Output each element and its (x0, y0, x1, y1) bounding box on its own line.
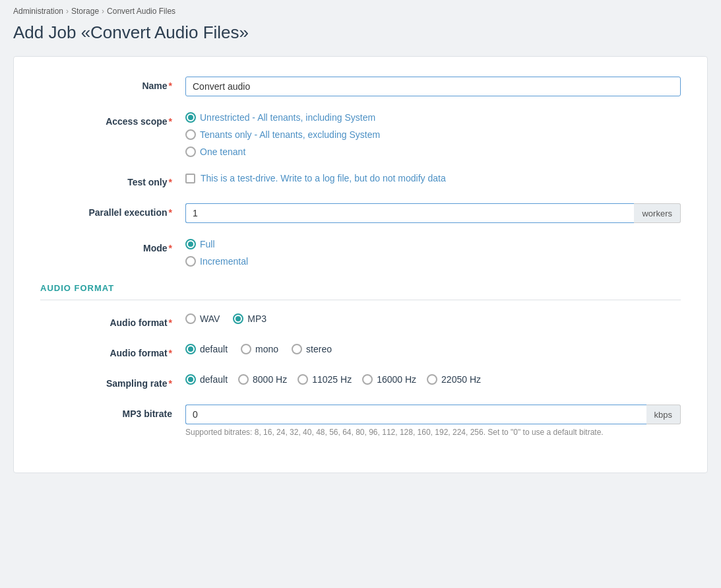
sampling-rate-row: Sampling rate* default 8000 Hz 11025 Hz … (40, 374, 681, 389)
audio-format-radio-0 (185, 313, 196, 324)
mode-radio-circle-1 (185, 256, 196, 267)
audio-channel-label: Audio format* (40, 344, 185, 358)
access-scope-option-0[interactable]: Unrestricted - All tenants, including Sy… (185, 112, 681, 123)
radio-circle-0 (185, 112, 196, 123)
breadcrumb-sep-1: › (66, 7, 69, 16)
audio-format-option-0[interactable]: WAV (185, 313, 220, 324)
mp3-bitrate-input-group: kbps (185, 405, 681, 424)
audio-channel-option-2[interactable]: stereo (292, 344, 332, 354)
audio-channel-radio-1 (241, 344, 251, 354)
audio-channel-control: default mono stereo (185, 344, 681, 354)
sampling-rate-option-0[interactable]: default (185, 374, 228, 385)
parallel-execution-suffix: workers (634, 203, 681, 223)
mp3-bitrate-input[interactable] (185, 405, 646, 424)
test-only-label: Test only* (40, 173, 185, 187)
breadcrumb-admin[interactable]: Administration (13, 7, 63, 16)
mp3-bitrate-suffix: kbps (646, 405, 681, 424)
audio-format-label: Audio format* (40, 313, 185, 328)
mode-row: Mode* Full Incremental (40, 239, 681, 267)
audio-format-section-title: AUDIO FORMAT (40, 283, 114, 293)
audio-channel-row: Audio format* default mono stereo (40, 344, 681, 358)
access-scope-control: Unrestricted - All tenants, including Sy… (185, 112, 681, 157)
sampling-rate-option-3[interactable]: 16000 Hz (362, 374, 416, 385)
breadcrumb: Administration › Storage › Convert Audio… (13, 7, 708, 16)
audio-format-option-1[interactable]: MP3 (233, 313, 266, 324)
sampling-rate-label: Sampling rate* (40, 374, 185, 389)
sampling-rate-control: default 8000 Hz 11025 Hz 16000 Hz 22050 … (185, 374, 681, 385)
audio-channel-radio-0 (185, 344, 196, 354)
sampling-rate-option-label-2: 11025 Hz (312, 374, 352, 385)
name-row: Name* (40, 77, 681, 96)
mode-option-label-1: Incremental (200, 256, 248, 267)
access-scope-option-2[interactable]: One tenant (185, 147, 681, 157)
name-control (185, 77, 681, 96)
audio-channel-option-1[interactable]: mono (241, 344, 278, 354)
sampling-rate-radio-0 (185, 374, 196, 385)
test-only-control: This is a test-drive. Write to a log fil… (185, 173, 681, 183)
mp3-bitrate-control: kbps Supported bitrates: 8, 16, 24, 32, … (185, 405, 681, 437)
audio-channel-radio-2 (292, 344, 302, 354)
audio-channel-option-label-1: mono (255, 344, 278, 354)
test-only-checkbox[interactable]: This is a test-drive. Write to a log fil… (185, 173, 681, 183)
sampling-rate-radio-1 (238, 374, 249, 385)
audio-format-option-label-1: MP3 (247, 313, 266, 324)
audio-format-row: Audio format* WAV MP3 (40, 313, 681, 328)
radio-circle-2 (185, 147, 196, 157)
radio-circle-1 (185, 129, 196, 140)
mode-radio-circle-0 (185, 239, 196, 249)
sampling-rate-radio-2 (298, 374, 308, 385)
audio-format-option-label-0: WAV (200, 313, 220, 324)
breadcrumb-sep-2: › (102, 7, 104, 16)
access-scope-row: Access scope* Unrestricted - All tenants… (40, 112, 681, 157)
audio-channel-option-label-2: stereo (306, 344, 332, 354)
audio-format-section-header: AUDIO FORMAT (40, 282, 681, 300)
access-scope-option-1[interactable]: Tenants only - All tenants, excluding Sy… (185, 129, 681, 140)
sampling-rate-option-2[interactable]: 11025 Hz (298, 374, 352, 385)
access-scope-option-label-2: One tenant (200, 147, 245, 157)
test-only-row: Test only* This is a test-drive. Write t… (40, 173, 681, 187)
test-only-checkbox-label: This is a test-drive. Write to a log fil… (201, 173, 446, 183)
name-label: Name* (40, 77, 185, 91)
access-scope-option-label-1: Tenants only - All tenants, excluding Sy… (200, 129, 380, 140)
parallel-execution-label: Parallel execution* (40, 203, 185, 218)
sampling-rate-option-label-0: default (200, 374, 228, 385)
parallel-execution-input-group: workers (185, 203, 681, 223)
mode-control: Full Incremental (185, 239, 681, 267)
page-title: Add Job «Convert Audio Files» (13, 22, 708, 43)
mode-option-1[interactable]: Incremental (185, 256, 681, 267)
access-scope-label: Access scope* (40, 112, 185, 127)
breadcrumb-storage[interactable]: Storage (71, 7, 99, 16)
mp3-bitrate-label: MP3 bitrate (40, 405, 185, 419)
mode-option-0[interactable]: Full (185, 239, 681, 249)
parallel-execution-control: workers (185, 203, 681, 223)
audio-channel-option-label-0: default (200, 344, 228, 354)
sampling-rate-option-label-3: 16000 Hz (377, 374, 416, 385)
audio-format-control: WAV MP3 (185, 313, 681, 324)
mp3-bitrate-help: Supported bitrates: 8, 16, 24, 32, 40, 4… (185, 428, 681, 437)
parallel-execution-row: Parallel execution* workers (40, 203, 681, 223)
sampling-rate-radio-3 (362, 374, 373, 385)
mp3-bitrate-row: MP3 bitrate kbps Supported bitrates: 8, … (40, 405, 681, 437)
audio-format-radio-1 (233, 313, 243, 324)
mode-option-label-0: Full (200, 239, 215, 249)
sampling-rate-radio-4 (427, 374, 437, 385)
sampling-rate-option-4[interactable]: 22050 Hz (427, 374, 481, 385)
sampling-rate-option-label-4: 22050 Hz (441, 374, 481, 385)
name-input[interactable] (185, 77, 681, 96)
parallel-execution-input[interactable] (185, 203, 634, 223)
sampling-rate-option-1[interactable]: 8000 Hz (238, 374, 287, 385)
audio-channel-option-0[interactable]: default (185, 344, 228, 354)
mode-label: Mode* (40, 239, 185, 253)
access-scope-option-label-0: Unrestricted - All tenants, including Sy… (200, 112, 375, 123)
form-card: Name* Access scope* Unrestricted - All t… (13, 56, 708, 473)
checkbox-box (185, 174, 195, 183)
sampling-rate-option-label-1: 8000 Hz (253, 374, 287, 385)
breadcrumb-current: Convert Audio Files (107, 7, 175, 16)
